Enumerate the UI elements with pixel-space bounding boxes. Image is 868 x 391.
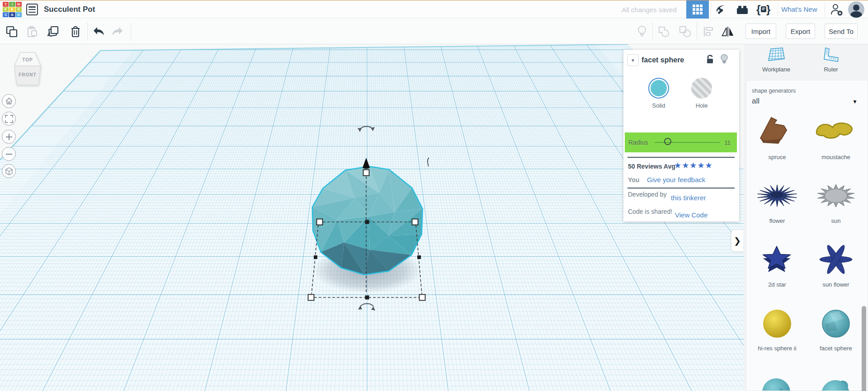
design-menu-icon[interactable] (26, 4, 38, 15)
radius-slider-knob[interactable] (664, 138, 671, 145)
zoom-out-button[interactable] (2, 147, 16, 161)
duplicate-icon[interactable] (47, 25, 59, 38)
minecraft-pickaxe-icon[interactable] (713, 3, 729, 16)
solid-label: Solid (641, 102, 677, 109)
logo-tile: A (9, 12, 15, 17)
lock-icon[interactable] (706, 55, 714, 66)
scale-handle[interactable] (317, 219, 323, 225)
shape-tile-label: hi-res sphere ii (748, 345, 807, 352)
align-icon[interactable] (702, 25, 715, 38)
sun-icon (807, 173, 865, 217)
shape-tile-unnamed[interactable] (748, 364, 807, 391)
whats-new-link[interactable]: What's New (781, 5, 817, 13)
editor-toolbar: Import Export Send To (0, 19, 868, 44)
send-to-button[interactable]: Send To (825, 24, 858, 39)
copy-icon[interactable] (5, 25, 18, 38)
collapse-panel-handle[interactable]: ❯ (731, 230, 743, 252)
shape-tile-flower[interactable]: flower (748, 173, 807, 237)
svg-text:{: { (756, 4, 760, 15)
separator (825, 2, 825, 17)
ungroup-icon[interactable] (679, 25, 692, 38)
separator (131, 22, 131, 41)
edge-handle[interactable] (417, 255, 421, 259)
sidebar-scrollbar[interactable] (862, 306, 866, 391)
developer-link[interactable]: this tinkerer (671, 194, 706, 202)
chevron-down-icon[interactable]: ▼ (852, 99, 858, 105)
facetsphere-icon (807, 301, 865, 344)
logo-tile: I (9, 2, 15, 7)
spruce-icon (748, 109, 807, 153)
workplane-tool[interactable]: Workplane (749, 47, 803, 73)
logo-tile: D (16, 12, 22, 17)
give-feedback-link[interactable]: Give your feedback (647, 176, 705, 184)
flower-icon (748, 173, 807, 217)
export-button[interactable]: Export (786, 24, 815, 39)
scale-handle[interactable] (412, 219, 418, 225)
user-avatar[interactable] (848, 1, 864, 18)
codeblocks-icon[interactable]: { } (756, 3, 771, 16)
shape-tile-label: sun flower (807, 281, 865, 288)
shape-tile-unnamed[interactable] (807, 364, 865, 391)
hole-material-option[interactable]: Hole (684, 78, 720, 109)
dashboard-grid-button[interactable] (686, 0, 709, 19)
hole-swatch (691, 78, 712, 99)
logo-tile: N (16, 2, 22, 7)
radius-label: Radius (628, 139, 648, 146)
generator-filter-select[interactable]: all (752, 97, 760, 106)
shape-inspector-panel: ▼ facet sphere Solid Hole Radius 11 (623, 50, 739, 221)
shape-tile-label: 2d star (748, 281, 807, 288)
ruler-label: Ruler (804, 66, 858, 73)
shape-tile-sun-flower[interactable]: sun flower (807, 237, 865, 301)
inspector-title: facet sphere (642, 56, 684, 64)
scale-handle[interactable] (308, 295, 314, 301)
invite-person-icon[interactable] (829, 3, 844, 16)
edge-handle[interactable] (365, 220, 369, 224)
edge-handle[interactable] (314, 255, 317, 259)
brick-icon[interactable] (735, 3, 750, 16)
zoom-in-button[interactable] (2, 130, 16, 144)
separator (778, 2, 778, 17)
separator (87, 22, 88, 41)
lightbulb-icon[interactable] (720, 54, 728, 66)
show-all-icon[interactable] (636, 25, 648, 38)
viewcube-front-face[interactable]: FRONT (13, 72, 42, 77)
redo-icon[interactable] (111, 25, 124, 38)
svg-text:}: } (766, 4, 770, 15)
shape-tile-sun[interactable]: sun (807, 173, 865, 237)
logo-tile: C (3, 12, 9, 17)
separator (652, 22, 653, 41)
scale-handle[interactable] (363, 170, 369, 176)
view-cube[interactable]: TOP FRONT (13, 50, 42, 90)
undo-icon[interactable] (92, 25, 105, 38)
shape-tile-2d-star[interactable]: 2d star (748, 237, 807, 301)
solid-material-option[interactable]: Solid (641, 78, 677, 109)
shape-tile-moustache[interactable]: moustache (807, 109, 865, 173)
star5-icon (748, 237, 807, 280)
view-code-link[interactable]: View Code (675, 211, 708, 219)
scale-handle[interactable] (420, 295, 425, 301)
delete-icon[interactable] (69, 25, 82, 38)
ruler-tool[interactable]: Ruler (804, 47, 858, 73)
star-rating[interactable]: ★★★★★ (674, 160, 713, 170)
inspector-collapse-button[interactable]: ▼ (627, 54, 639, 66)
shape-tile-spruce[interactable]: spruce (748, 109, 807, 173)
paste-icon[interactable] (26, 25, 38, 38)
grid-icon (693, 5, 703, 14)
hole-label: Hole (684, 102, 720, 109)
tinkercad-logo[interactable]: TINKERCAD (3, 2, 22, 17)
import-button[interactable]: Import (745, 24, 776, 39)
home-view-button[interactable] (2, 94, 16, 108)
fit-view-button[interactable] (2, 112, 16, 126)
mirror-icon[interactable] (722, 25, 734, 38)
reviews-average-label: 50 Reviews Avg (628, 163, 675, 170)
group-icon[interactable] (658, 25, 670, 38)
moustache-icon (807, 109, 865, 153)
shape-tile-label: spruce (748, 154, 807, 160)
shape-tile-hi-res-sphere-ii[interactable]: hi-res sphere ii (748, 301, 807, 364)
edge-handle[interactable] (365, 296, 369, 300)
shape-tile-facet-sphere[interactable]: facet sphere (807, 301, 865, 364)
sphere_blob-icon (807, 364, 865, 391)
perspective-toggle-button[interactable] (2, 164, 16, 178)
viewcube-top-face[interactable]: TOP (13, 57, 42, 62)
shape-tile-label: facet sphere (807, 345, 865, 352)
